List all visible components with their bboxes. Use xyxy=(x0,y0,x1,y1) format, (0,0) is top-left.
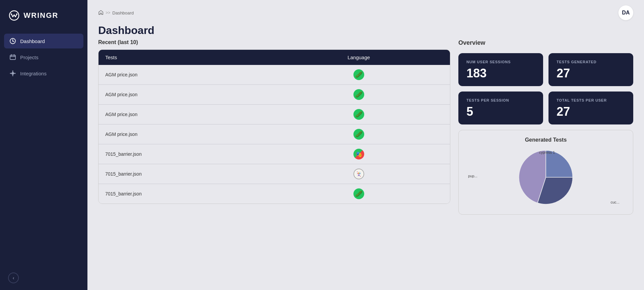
table-row[interactable]: AGM price.json 🥒 xyxy=(99,85,450,105)
main-content: >> Dashboard DA Dashboard Recent (last 1… xyxy=(87,0,644,290)
sidebar-navigation: Dashboard Projects xyxy=(0,31,87,83)
stat-card-tests-per-session: TESTS PER SESSION 5 xyxy=(458,92,543,124)
test-language-icon: 🥒 xyxy=(274,188,444,199)
sidebar-dashboard-label: Dashboard xyxy=(20,38,45,44)
table-row[interactable]: AGM price.json 🥒 xyxy=(99,105,450,124)
col-language: Language xyxy=(274,55,444,60)
chart-title: Generated Tests xyxy=(465,137,626,143)
dashboard-icon xyxy=(9,38,16,44)
recent-section-title: Recent (last 10) xyxy=(98,39,450,45)
stats-grid: NUM USER SESSIONS 183 TESTS GENERATED 27… xyxy=(458,53,633,124)
sidebar-logo: WRINGR xyxy=(0,0,87,31)
sidebar: WRINGR Dashboard Projects xyxy=(0,0,87,290)
sidebar-item-projects[interactable]: Projects xyxy=(4,50,83,65)
test-language-icon: 🃏 xyxy=(274,169,444,179)
svg-point-4 xyxy=(12,41,13,42)
chart-label-cucumber: cuc... xyxy=(611,200,619,204)
test-name: 7015_barrier.json xyxy=(105,171,274,177)
cypress-icon: 🥒 xyxy=(353,188,364,199)
table-header: Tests Language xyxy=(99,50,450,65)
test-name: AGM price.json xyxy=(105,72,274,77)
app-name: WRINGR xyxy=(24,11,59,20)
stat-card-num-user-sessions: NUM USER SESSIONS 183 xyxy=(458,53,543,86)
sidebar-item-integrations[interactable]: Integrations xyxy=(4,66,83,81)
cypress-icon: 🥒 xyxy=(353,129,364,140)
table-row[interactable]: 7015_barrier.json 🎭 xyxy=(99,144,450,164)
test-language-icon: 🥒 xyxy=(274,69,444,80)
svg-point-7 xyxy=(12,71,13,72)
table-row[interactable]: AGM price.json 🥒 xyxy=(99,65,450,85)
svg-rect-5 xyxy=(10,55,15,60)
table-body: AGM price.json 🥒 AGM price.json 🥒 AGM pr… xyxy=(99,65,450,204)
chart-label-puppeteer: pup... xyxy=(468,174,478,178)
avatar: DA xyxy=(618,5,633,20)
test-language-icon: 🥒 xyxy=(274,129,444,140)
stat-card-total-tests-per-user: TOTAL TESTS PER USER 27 xyxy=(548,92,633,124)
col-tests: Tests xyxy=(105,55,274,60)
cypress-icon: 🥒 xyxy=(353,69,364,80)
tests-table: Tests Language AGM price.json 🥒 AGM pric… xyxy=(98,49,450,204)
recent-tests-panel: Recent (last 10) Tests Language AGM pric… xyxy=(98,39,450,282)
overview-title: Overview xyxy=(458,39,633,46)
stat-label-total-tests-per-user: TOTAL TESTS PER USER xyxy=(557,98,625,102)
svg-point-2 xyxy=(16,13,17,15)
svg-point-8 xyxy=(12,75,13,76)
page-title: Dashboard xyxy=(87,23,644,39)
test-name: 7015_barrier.json xyxy=(105,191,274,196)
test-language-icon: 🎭 xyxy=(274,149,444,159)
stat-value-tests-per-session: 5 xyxy=(466,106,535,118)
stat-value-total-tests-per-user: 27 xyxy=(557,106,625,118)
stat-label-num-user-sessions: NUM USER SESSIONS xyxy=(466,60,535,64)
pie-chart xyxy=(519,150,573,204)
test-name: AGM price.json xyxy=(105,92,274,97)
stat-value-tests-generated: 27 xyxy=(557,67,625,79)
table-row[interactable]: AGM price.json 🥒 xyxy=(99,124,450,144)
content-area: Recent (last 10) Tests Language AGM pric… xyxy=(87,39,644,290)
svg-point-10 xyxy=(15,73,16,74)
generated-tests-chart-card: Generated Tests cypress 1 pup... cuc... xyxy=(458,130,633,215)
mixed-icon: 🎭 xyxy=(353,149,364,159)
page-header: >> Dashboard DA xyxy=(87,0,644,23)
test-language-icon: 🥒 xyxy=(274,89,444,100)
table-row[interactable]: 7015_barrier.json 🃏 xyxy=(99,164,450,184)
sidebar-integrations-label: Integrations xyxy=(20,71,46,76)
overview-panel: Overview NUM USER SESSIONS 183 TESTS GEN… xyxy=(458,39,633,282)
cypress-icon: 🥒 xyxy=(353,109,364,120)
test-language-icon: 🥒 xyxy=(274,109,444,120)
projects-icon xyxy=(9,54,16,61)
breadcrumb-separator: >> xyxy=(106,10,110,15)
jest-icon: 🃏 xyxy=(353,169,364,179)
wringr-logo-icon xyxy=(8,9,20,22)
sidebar-collapse-area: ‹ xyxy=(0,266,87,290)
test-name: AGM price.json xyxy=(105,112,274,117)
pie-segment xyxy=(546,150,573,177)
table-row[interactable]: 7015_barrier.json 🥒 xyxy=(99,184,450,204)
stat-label-tests-per-session: TESTS PER SESSION xyxy=(466,98,535,102)
breadcrumb-home-icon xyxy=(98,10,104,16)
svg-point-9 xyxy=(10,73,11,74)
cypress-icon: 🥒 xyxy=(353,89,364,100)
test-name: AGM price.json xyxy=(105,132,274,137)
breadcrumb-current: Dashboard xyxy=(112,10,134,15)
stat-card-tests-generated: TESTS GENERATED 27 xyxy=(548,53,633,86)
test-name: 7015_barrier.json xyxy=(105,151,274,157)
collapse-button[interactable]: ‹ xyxy=(8,273,19,283)
collapse-icon: ‹ xyxy=(13,275,14,281)
chart-area: cypress 1 pup... cuc... xyxy=(465,147,626,208)
sidebar-item-dashboard[interactable]: Dashboard xyxy=(4,34,83,48)
svg-point-1 xyxy=(11,13,12,15)
integrations-icon xyxy=(9,70,16,77)
stat-label-tests-generated: TESTS GENERATED xyxy=(557,60,625,64)
sidebar-projects-label: Projects xyxy=(20,55,38,60)
stat-value-num-user-sessions: 183 xyxy=(466,67,535,79)
breadcrumb: >> Dashboard xyxy=(98,10,134,16)
